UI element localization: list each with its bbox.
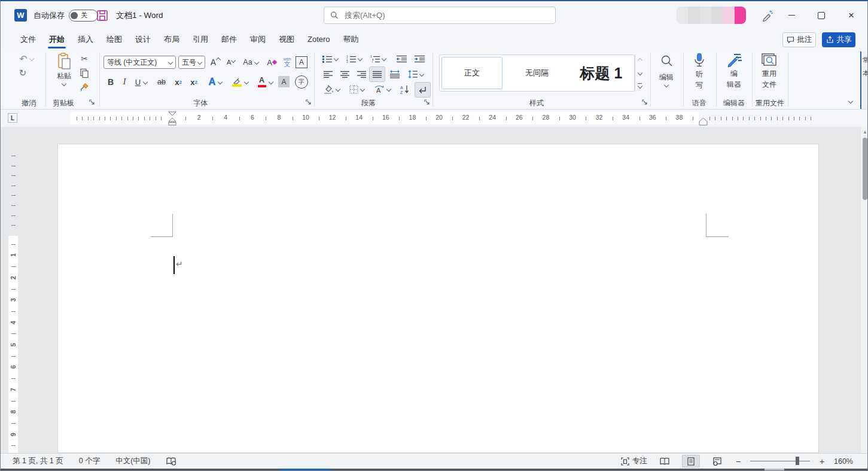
word-count[interactable]: 0 个字 (79, 456, 100, 466)
vertical-ruler[interactable]: 12345678910 (1, 127, 20, 453)
change-case-button[interactable]: Aa (240, 56, 261, 69)
autosave-toggle[interactable]: 关 (69, 10, 98, 22)
enclose-characters-button[interactable]: 字 (295, 75, 308, 89)
tab-view[interactable]: 视图 (272, 29, 301, 49)
tab-mailings[interactable]: 邮件 (215, 29, 243, 49)
tab-file[interactable]: 文件 (14, 29, 42, 49)
highlight-color-button[interactable] (228, 75, 252, 89)
styles-more-button[interactable] (635, 79, 644, 92)
style-heading-1[interactable]: 标题 1 (569, 57, 634, 89)
first-line-indent-marker[interactable] (168, 111, 176, 116)
styles-dialog-launcher[interactable] (642, 99, 648, 105)
shrink-font-button[interactable]: A (223, 56, 239, 69)
language-indicator[interactable]: 中文(中国) (115, 456, 150, 466)
scroll-up-arrow[interactable]: ▲ (861, 129, 868, 135)
search-input[interactable] (343, 10, 549, 20)
line-spacing-button[interactable] (405, 68, 427, 81)
minimize-button[interactable] (777, 1, 806, 29)
save-button[interactable] (95, 8, 109, 23)
tab-help[interactable]: 帮助 (337, 29, 366, 49)
borders-button[interactable] (345, 83, 368, 95)
shading-button[interactable] (320, 83, 343, 95)
paragraph-dialog-launcher[interactable] (424, 99, 430, 105)
proofing-status-icon[interactable] (166, 457, 176, 466)
sort-button[interactable]: A Z (397, 83, 412, 95)
tab-draw[interactable]: 绘图 (100, 29, 129, 49)
format-painter-button[interactable] (77, 81, 92, 93)
clipboard-dialog-launcher[interactable] (89, 99, 95, 105)
editing-menu-button[interactable]: 编辑 (654, 54, 679, 87)
strikethrough-button[interactable]: ab (154, 75, 169, 89)
search-box[interactable] (324, 7, 556, 24)
editor-button[interactable]: 编 辑器 (720, 53, 748, 90)
comments-button[interactable]: 批注 (782, 32, 816, 47)
zoom-level[interactable]: 160% (834, 457, 853, 466)
zoom-slider[interactable] (750, 461, 810, 461)
horizontal-ruler[interactable]: L 2468101214161820222426283032343638 (1, 111, 868, 127)
tab-insert[interactable]: 插入 (71, 29, 100, 49)
tab-review[interactable]: 审阅 (243, 29, 272, 49)
reuse-files-button[interactable]: 重用 文件 (754, 53, 784, 90)
tab-references[interactable]: 引用 (186, 29, 215, 49)
decrease-indent-button[interactable] (393, 53, 410, 64)
subscript-button[interactable]: x2 (170, 75, 186, 89)
tab-selector[interactable]: L (8, 113, 17, 123)
maximize-button[interactable] (807, 1, 836, 29)
style-no-spacing[interactable]: 无间隔 (505, 57, 568, 89)
character-shading-button[interactable]: A (278, 76, 290, 87)
user-avatar-redacted[interactable] (677, 7, 746, 24)
numbering-button[interactable]: 1 2 3 (344, 53, 364, 64)
tab-layout[interactable]: 布局 (157, 29, 186, 49)
align-right-button[interactable] (354, 68, 369, 81)
superscript-button[interactable]: x2 (186, 75, 202, 89)
web-layout-button[interactable] (708, 455, 726, 467)
multilevel-list-button[interactable]: 1 a i (368, 53, 388, 64)
clear-formatting-button[interactable]: A (264, 56, 279, 69)
paste-button[interactable]: 粘贴 (51, 53, 77, 86)
zoom-out-button[interactable]: − (735, 457, 742, 466)
copy-button[interactable] (77, 67, 92, 79)
bold-button[interactable]: B (103, 75, 118, 89)
tab-design[interactable]: 设计 (129, 29, 157, 49)
page-indicator[interactable]: 第 1 页, 共 1 页 (13, 456, 63, 466)
align-center-button[interactable] (337, 68, 352, 81)
font-size-combo[interactable]: 五号 (178, 56, 205, 69)
italic-button[interactable]: I (118, 75, 131, 89)
distribute-text-button[interactable] (387, 68, 403, 81)
underline-button[interactable]: U (131, 75, 151, 89)
right-indent-marker[interactable] (699, 118, 708, 126)
asian-layout-button[interactable]: A (370, 83, 394, 95)
page[interactable]: ↵ (57, 144, 819, 453)
character-border-button[interactable]: A (296, 56, 307, 68)
text-effects-button[interactable]: A (205, 75, 226, 89)
read-mode-button[interactable] (656, 455, 674, 467)
styles-scroll-down-button[interactable] (635, 67, 644, 80)
vertical-scrollbar[interactable]: ▲ (860, 127, 868, 453)
focus-mode-button[interactable]: 专注 (621, 456, 647, 466)
style-normal[interactable]: 正文 (441, 57, 502, 89)
collapse-ribbon-button[interactable] (843, 96, 858, 107)
font-dialog-launcher[interactable] (306, 99, 312, 105)
scrollbar-thumb[interactable] (863, 138, 867, 200)
dictate-button[interactable]: 听 写 (687, 53, 712, 90)
undo-button[interactable]: ↶ (16, 53, 36, 65)
zoom-slider-thumb[interactable] (796, 457, 799, 465)
grow-font-button[interactable]: A (208, 56, 223, 69)
phonetic-guide-button[interactable]: wén 文 (279, 54, 295, 71)
bullets-button[interactable] (320, 53, 340, 64)
justify-button[interactable] (369, 66, 385, 82)
tab-zotero[interactable]: Zotero (301, 29, 337, 49)
styles-scroll-up-button[interactable] (635, 54, 644, 67)
tab-home[interactable]: 开始 (42, 29, 71, 49)
redo-button[interactable]: ↻ (16, 67, 29, 79)
word-app-icon[interactable]: W (14, 9, 27, 22)
align-left-button[interactable] (320, 68, 336, 81)
document-canvas[interactable]: ↵ (1, 127, 860, 453)
font-name-combo[interactable]: 等线 (中文正文) (103, 56, 176, 69)
hanging-indent-marker[interactable] (168, 118, 176, 126)
increase-indent-button[interactable] (411, 53, 428, 64)
zoom-in-button[interactable]: + (818, 457, 826, 466)
close-button[interactable]: × (837, 1, 866, 29)
print-layout-button[interactable] (682, 455, 700, 467)
cut-button[interactable]: ✂ (77, 53, 92, 65)
